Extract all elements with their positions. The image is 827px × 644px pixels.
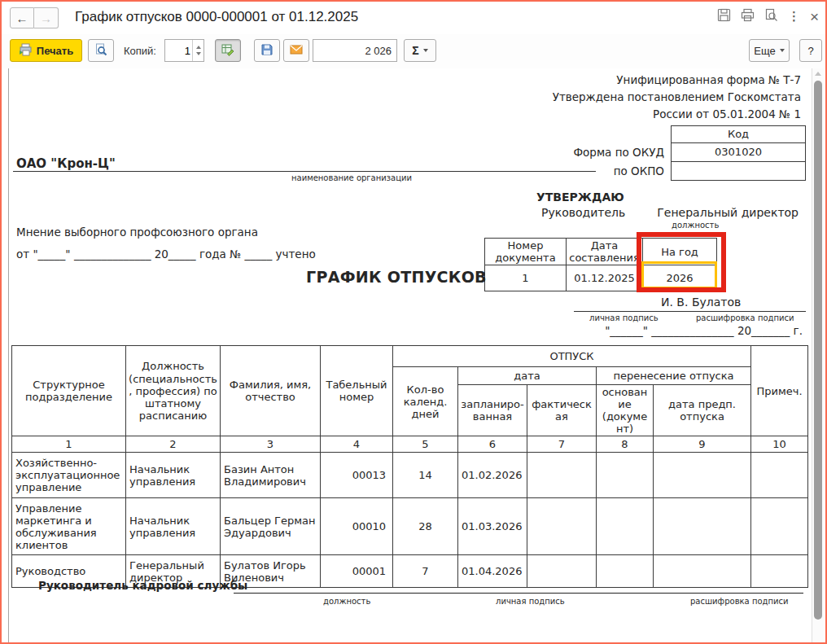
print-action-button[interactable]: Печать xyxy=(10,39,82,62)
document-title: ГРАФИК ОТПУСКОВ xyxy=(306,268,487,286)
hr-head-underline xyxy=(234,593,803,594)
doc-number-cell[interactable]: 1 xyxy=(485,265,567,291)
cell-tab-no[interactable]: 00013 xyxy=(321,453,393,498)
col-header-planned: запланиро-ванная xyxy=(458,385,527,436)
cell-days[interactable]: 14 xyxy=(393,453,458,498)
cell-tab-no[interactable]: 00001 xyxy=(321,555,393,588)
close-icon: × xyxy=(810,9,819,24)
save-button[interactable] xyxy=(717,8,731,24)
doc-number-header: Номер документа xyxy=(485,239,567,265)
col-number: 10 xyxy=(751,436,808,453)
cell-note[interactable] xyxy=(751,498,808,555)
footer-caption-decode: расшифровка подписи xyxy=(690,597,788,606)
col-header-vacation: ОТПУСК xyxy=(393,346,751,367)
col-header-actual: фактическая xyxy=(527,385,597,436)
scroll-up-button[interactable] xyxy=(815,72,821,76)
print-form[interactable]: Унифицированная форма № Т-7 Утверждена п… xyxy=(2,68,825,642)
cell-fio[interactable]: Базин Антон Владимирович xyxy=(221,453,321,498)
titlebar-actions: ⋮ × xyxy=(717,8,819,24)
cell-transfer-date[interactable] xyxy=(654,498,751,555)
cell-basis[interactable] xyxy=(597,555,654,588)
col-header-dept: Структурное подразделение xyxy=(12,346,126,436)
doc-year-header: На год xyxy=(643,239,717,265)
help-label: ? xyxy=(807,45,813,57)
org-name-caption: наименование организации xyxy=(246,173,457,182)
forward-button[interactable]: → xyxy=(34,7,59,28)
preview-button[interactable] xyxy=(764,8,778,24)
back-button[interactable]: ← xyxy=(10,7,34,28)
cell-note[interactable] xyxy=(751,555,808,588)
doc-year-cell[interactable]: 2026 xyxy=(643,265,717,291)
sigma-icon: Σ xyxy=(412,44,418,57)
chevron-down-icon xyxy=(780,49,785,52)
app-window: ← → График отпусков 0000-000001 от 01.12… xyxy=(0,0,827,644)
form-header-line2: Утверждена постановлением Госкомстата xyxy=(553,89,801,106)
send-mail-button[interactable] xyxy=(283,39,309,62)
col-number: 2 xyxy=(126,436,221,453)
vertical-scrollbar[interactable] xyxy=(812,68,824,642)
edit-table-button[interactable] xyxy=(215,39,241,62)
printer-color-icon xyxy=(19,43,32,59)
back-icon: ← xyxy=(16,11,28,25)
cell-days[interactable]: 7 xyxy=(393,555,458,588)
document-info-table: Номер документа Дата составления На год … xyxy=(484,238,717,291)
approve-role: Руководитель xyxy=(541,206,625,219)
col-header-fio: Фамилия, имя, отчество xyxy=(221,346,321,436)
table-edit-icon xyxy=(221,43,234,59)
col-header-transfer-date: дата предп. отпуска xyxy=(654,385,751,436)
cell-planned-date[interactable]: 01.03.2026 xyxy=(458,498,527,555)
cell-actual-date[interactable] xyxy=(527,555,597,588)
col-number: 6 xyxy=(458,436,527,453)
col-header-date-group: дата xyxy=(458,367,597,385)
help-button[interactable]: ? xyxy=(799,39,822,62)
cell-actual-date[interactable] xyxy=(527,453,597,498)
window-title: График отпусков 0000-000001 от 01.12.202… xyxy=(75,9,358,25)
cell-dept[interactable]: Управление маркетинга и обслуживания кли… xyxy=(12,498,126,555)
kebab-icon: ⋮ xyxy=(788,9,800,24)
col-number: 1 xyxy=(12,436,126,453)
doc-date-cell[interactable]: 01.12.2025 xyxy=(567,265,643,291)
cell-dept[interactable]: Хозяйственно-эксплуатационное управление xyxy=(12,453,126,498)
form-header-lines: Унифицированная форма № Т-7 Утверждена п… xyxy=(553,72,801,123)
close-button[interactable]: × xyxy=(810,8,819,24)
print-preview-button[interactable] xyxy=(88,39,114,62)
signature-name: И. В. Булатов xyxy=(661,296,741,309)
cell-transfer-date[interactable] xyxy=(654,555,751,588)
save-document-button[interactable] xyxy=(254,39,280,62)
col-header-position: Должность (специальность, профессия) по … xyxy=(126,346,221,436)
okpo-value-cell[interactable] xyxy=(672,162,806,181)
col-header-tab-no: Табельный номер xyxy=(321,346,393,436)
printer-icon xyxy=(741,8,755,24)
copies-spinner[interactable] xyxy=(192,40,203,61)
code-table-header: Код xyxy=(672,126,806,143)
nav-history-group: ← → xyxy=(10,7,59,28)
sum-function-button[interactable]: Σ xyxy=(404,39,436,62)
okud-value-cell[interactable]: 0301020 xyxy=(672,143,806,162)
scrollbar-thumb[interactable] xyxy=(814,81,822,620)
cell-actual-date[interactable] xyxy=(527,498,597,555)
cell-basis[interactable] xyxy=(597,498,654,555)
cell-basis[interactable] xyxy=(597,453,654,498)
form-header-line3: России от 05.01.2004 № 1 xyxy=(553,106,801,123)
col-header-basis: основание (документ) xyxy=(597,385,654,436)
sum-field[interactable]: 2 026 xyxy=(313,39,397,62)
cell-note[interactable] xyxy=(751,453,808,498)
org-name: ОАО "Крон-Ц" xyxy=(16,156,116,171)
col-number: 8 xyxy=(597,436,654,453)
cell-position[interactable]: Начальник управления xyxy=(126,453,221,498)
cell-planned-date[interactable]: 01.02.2026 xyxy=(458,453,527,498)
copies-input[interactable] xyxy=(165,40,192,61)
toolbar: Печать Копий: 2 026 Σ Еще xyxy=(2,34,825,68)
cell-transfer-date[interactable] xyxy=(654,453,751,498)
cell-position[interactable]: Начальник управления xyxy=(126,498,221,555)
cell-planned-date[interactable]: 01.04.2026 xyxy=(458,555,527,588)
more-menu-button[interactable]: ⋮ xyxy=(788,8,800,24)
signature-caption2: расшифровка подписи xyxy=(696,313,794,322)
print-action-label: Печать xyxy=(37,45,73,57)
cell-tab-no[interactable]: 00010 xyxy=(321,498,393,555)
copies-field xyxy=(164,39,204,62)
cell-days[interactable]: 28 xyxy=(393,498,458,555)
cell-fio[interactable]: Бальцер Герман Эдуардович xyxy=(221,498,321,555)
print-button[interactable] xyxy=(741,8,755,24)
more-actions-button[interactable]: Еще xyxy=(749,39,790,62)
